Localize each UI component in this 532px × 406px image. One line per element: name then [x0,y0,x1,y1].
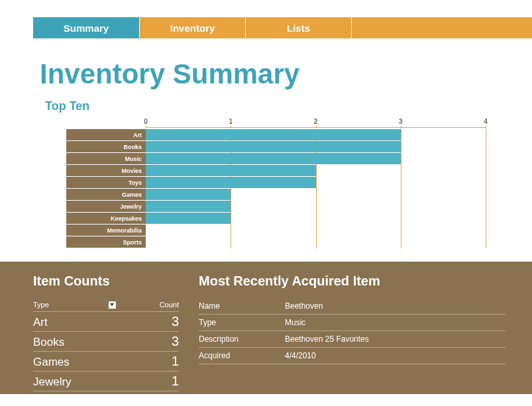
chart-category-label: Books [66,141,146,152]
item-count-row: Jewelry1 [33,372,179,391]
axis-tick: 4 [484,118,488,125]
chart-category-label: Movies [66,165,146,176]
item-counts-header: Type Count [33,298,179,312]
chart-row: Sports [66,236,486,248]
recent-item-row: Acquired4/4/2010 [199,348,505,364]
chart-row: Memorabilia [66,225,486,236]
main-content: Inventory Summary Top Ten 01234 ArtBooks… [0,38,532,262]
chart-bar [146,141,401,152]
recent-field-value: Beethoven [285,301,505,311]
chart-category-label: Sports [66,236,146,248]
top-ten-chart: 01234 ArtBooksMusicMoviesToysGamesJewelr… [40,113,505,248]
item-type: Art [33,316,48,329]
summary-footer: Item Counts Type Count Art3Books3Games1J… [0,262,532,394]
item-count: 3 [172,334,179,349]
chart-bar [146,153,401,164]
filter-dropdown-icon[interactable] [109,301,116,309]
chart-row: Music [66,153,486,164]
recent-item-row: TypeMusic [199,315,505,331]
recent-field-value: 4/4/2010 [285,351,505,360]
chart-category-label: Jewelry [66,201,146,212]
item-counts-title: Item Counts [33,274,179,289]
chart-bar [146,129,401,140]
header-count-label: Count [160,301,179,309]
recent-item-row: NameBeethoven [199,298,505,315]
chart-category-label: Games [66,189,146,200]
recent-field-label: Type [199,318,285,327]
item-count-row: Art3 [33,312,179,332]
axis-tick: 2 [314,118,318,125]
chart-row: Toys [66,177,486,188]
item-type: Books [33,336,64,349]
recent-item-title: Most Recently Acquired Item [199,274,505,289]
item-type: Games [33,356,70,369]
chart-category-label: Keepsakes [66,213,146,224]
item-counts-panel: Item Counts Type Count Art3Books3Games1J… [33,274,179,381]
recent-item-panel: Most Recently Acquired Item NameBeethove… [199,274,505,381]
recent-field-label: Description [199,334,285,344]
item-count: 3 [172,314,179,329]
chart-category-label: Toys [66,177,146,188]
header-type-label: Type [33,301,49,309]
chart-bar [146,177,316,188]
tab-summary[interactable]: Summary [33,17,140,38]
chart-bar [146,213,231,224]
tab-inventory[interactable]: Inventory [140,17,246,38]
chart-category-label: Memorabilia [66,225,146,236]
axis-tick: 1 [229,118,233,125]
recent-item-row: DescriptionBeethoven 25 Favorites [199,331,505,348]
chart-category-label: Music [66,153,146,164]
chart-bar [146,201,231,212]
chart-row: Jewelry [66,201,486,212]
page-title: Inventory Summary [40,58,505,90]
chart-title: Top Ten [40,99,505,113]
chart-row: Keepsakes [66,213,486,224]
item-count: 1 [172,354,179,369]
chart-row: Games [66,189,486,200]
chart-bar [146,189,231,200]
chart-row: Art [66,129,486,140]
item-count-row: Books3 [33,332,179,352]
recent-field-value: Beethoven 25 Favorites [285,334,505,344]
chart-row: Books [66,141,486,152]
tab-lists[interactable]: Lists [246,17,352,38]
item-count: 1 [172,374,179,389]
recent-field-value: Music [285,318,505,327]
recent-field-label: Name [199,301,285,311]
recent-field-label: Acquired [199,351,285,360]
axis-tick: 3 [399,118,403,125]
item-count-row: Games1 [33,352,179,372]
tab-bar: Summary Inventory Lists [0,17,532,38]
chart-x-axis: 01234 [146,113,486,128]
chart-category-label: Art [66,129,146,140]
axis-tick: 0 [144,118,148,125]
item-type: Jewelry [33,376,72,389]
chart-row: Movies [66,165,486,176]
chart-bar [146,165,316,176]
